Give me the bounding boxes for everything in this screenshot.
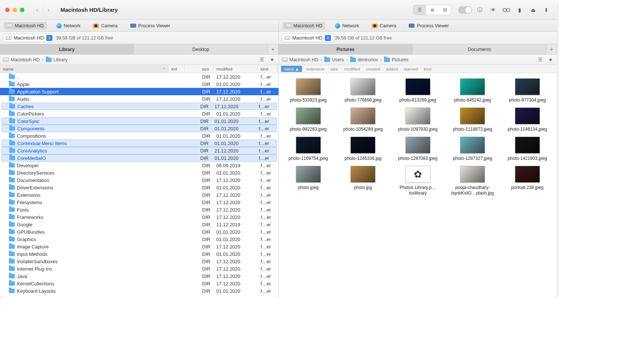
- favorite-star-icon[interactable]: ★: [268, 56, 276, 64]
- favorite-item[interactable]: Camera: [90, 22, 120, 30]
- file-row[interactable]: JavaDIR17.12.2020f…er: [0, 272, 278, 280]
- file-row[interactable]: Contextual Menu ItemsDIR01.01.2020f…er: [1, 140, 277, 147]
- view-icons-icon[interactable]: ⊞: [439, 5, 451, 15]
- back-button[interactable]: ‹: [32, 6, 43, 14]
- favorite-item[interactable]: Process Viewer: [127, 22, 173, 30]
- grid-item[interactable]: photo-1169754.jpeg: [283, 137, 335, 161]
- forward-button[interactable]: ›: [43, 6, 54, 14]
- col-name[interactable]: name^: [0, 65, 169, 73]
- file-row[interactable]: Image CaptureDIR17.12.2020f…er: [0, 243, 278, 250]
- grid-item[interactable]: photo-1097930.jpeg: [392, 107, 444, 132]
- grid-item[interactable]: photo-982263.jpeg: [283, 107, 335, 132]
- grid-item[interactable]: photo-1421903.jpeg: [502, 137, 554, 161]
- col-created[interactable]: created: [363, 65, 383, 73]
- breadcrumb-item[interactable]: Macintosh HD: [3, 57, 40, 62]
- favorite-star-icon[interactable]: ★: [547, 56, 555, 64]
- close-button[interactable]: [5, 8, 10, 12]
- volume-selector[interactable]: Macintosh HD: [3, 34, 46, 42]
- file-row[interactable]: ExtensionsDIR17.12.2020f…er: [0, 191, 278, 199]
- file-row[interactable]: CachesDIR17.12.2020f…er: [1, 103, 277, 110]
- file-row[interactable]: Application SupportDIR17.12.2020f…er: [0, 88, 278, 95]
- file-row[interactable]: Internet Plug-InsDIR17.12.2020f…er: [0, 265, 278, 272]
- panel-menu-icon[interactable]: ☰: [258, 56, 266, 64]
- breadcrumb-item[interactable]: Macintosh HD: [282, 57, 319, 62]
- grid-item[interactable]: ✿Photos Library.p…toslibrary: [392, 166, 444, 196]
- volume-dropdown-icon[interactable]: ▲▼: [46, 35, 52, 41]
- new-tab-button[interactable]: +: [268, 44, 278, 54]
- file-row[interactable]: CompositionsDIR01.01.2020f…er: [0, 132, 278, 140]
- file-row[interactable]: FrameworksDIR17.12.2020f…er: [0, 213, 278, 221]
- file-row[interactable]: AudioDIR17.12.2020f…er: [0, 95, 278, 103]
- grid-item[interactable]: portrait-238.jpeg: [502, 166, 554, 196]
- view-list-icon[interactable]: ☰: [413, 5, 426, 15]
- col-kind[interactable]: kind: [258, 65, 278, 73]
- tab-pictures[interactable]: Pictures: [279, 44, 413, 54]
- panel-menu-icon[interactable]: ☰: [536, 56, 544, 64]
- tab-documents[interactable]: Documents: [413, 44, 547, 54]
- eject-icon[interactable]: ⏏: [527, 6, 539, 14]
- grid-item[interactable]: photo-1287327.jpeg: [447, 137, 499, 161]
- grid-item[interactable]: pooja-chaudhary-bqnbKxilG…plash.jpg: [447, 166, 499, 196]
- file-row[interactable]: DeveloperDIR06.09.2019f…er: [0, 162, 278, 169]
- file-row[interactable]: KernelCollectionsDIR17.12.2020f…er: [0, 280, 278, 287]
- download-icon[interactable]: ⬇: [541, 6, 552, 14]
- view-columns-icon[interactable]: ≣: [426, 5, 439, 15]
- file-row[interactable]: GraphicsDIR01.01.2020f…er: [0, 236, 278, 243]
- col-kind[interactable]: kind: [421, 65, 434, 73]
- col-size[interactable]: size: [328, 65, 341, 73]
- grid-item[interactable]: photo-533923.jpeg: [283, 78, 335, 103]
- file-row[interactable]: FontsDIR17.12.2020f…er: [0, 206, 278, 213]
- col-modified[interactable]: modified: [341, 65, 363, 73]
- grid-item[interactable]: photo-845242.jpeg: [447, 78, 499, 103]
- col-name[interactable]: name ▲: [281, 66, 302, 72]
- breadcrumb-item[interactable]: dimtrunov: [350, 57, 378, 62]
- col-modified[interactable]: modified: [214, 65, 258, 73]
- breadcrumb-item[interactable]: Library: [46, 57, 67, 62]
- file-row[interactable]: DocumentationDIR17.12.2020f…er: [0, 176, 278, 184]
- grid-item[interactable]: photo-1054289.jpeg: [337, 107, 389, 132]
- grid-item[interactable]: photo-776656.jpeg: [337, 78, 389, 103]
- toggle-switch[interactable]: [458, 6, 472, 14]
- tab-desktop[interactable]: Desktop: [134, 44, 268, 54]
- file-row[interactable]: GoogleDIR11.12.2019f…er: [0, 221, 278, 228]
- minimize-button[interactable]: [13, 8, 17, 12]
- right-pane[interactable]: photo-533923.jpegphoto-776656.jpegphoto-…: [278, 73, 557, 298]
- file-row[interactable]: CoreAnalyticsDIR21.12.2020f…er: [1, 147, 277, 154]
- file-row[interactable]: Input MethodsDIR01.01.2020f…er: [0, 250, 278, 258]
- zoom-button[interactable]: [20, 8, 24, 12]
- breadcrumb-item[interactable]: Pictures: [384, 57, 408, 62]
- favorite-item[interactable]: Process Viewer: [406, 22, 452, 30]
- quicklook-icon[interactable]: 👁: [488, 6, 499, 14]
- volume-selector[interactable]: Macintosh HD: [282, 34, 325, 42]
- grid-item[interactable]: photo-813269.jpeg: [392, 78, 444, 103]
- left-pane[interactable]: ..DIR17.12.2020f…erAppleDIR01.01.2020f…e…: [0, 73, 278, 298]
- tab-library[interactable]: Library: [0, 44, 134, 54]
- grid-item[interactable]: photo.jpeg: [283, 166, 335, 196]
- grid-item[interactable]: photo-1245336.jpg: [337, 137, 389, 161]
- binoculars-icon[interactable]: [501, 6, 512, 14]
- grid-item[interactable]: photo-1118873.jpeg: [447, 107, 499, 132]
- grid-item[interactable]: photo.jpg: [337, 166, 389, 196]
- col-ext[interactable]: ext: [169, 65, 185, 73]
- col-extension[interactable]: extension: [304, 65, 328, 73]
- new-tab-button[interactable]: +: [547, 44, 557, 54]
- file-row[interactable]: GPUBundlesDIR01.01.2020f…er: [0, 228, 278, 236]
- breadcrumb-item[interactable]: Users: [324, 57, 344, 62]
- file-row[interactable]: FilesystemsDIR17.12.2020f…er: [0, 199, 278, 206]
- file-row[interactable]: ColorSyncDIR01.01.2020f…er: [1, 117, 277, 125]
- grid-item[interactable]: photo-1287083.jpeg: [392, 137, 444, 161]
- favorite-item[interactable]: Network: [332, 22, 362, 30]
- file-row[interactable]: ComponentsDIR01.01.2020f…er: [1, 125, 277, 132]
- file-row[interactable]: ColorPickersDIR01.01.2020f…er: [0, 110, 278, 117]
- volume-dropdown-icon[interactable]: ▲▼: [325, 35, 331, 41]
- grid-item[interactable]: photo-1146134.jpeg: [502, 107, 554, 132]
- file-row[interactable]: AppleDIR01.01.2020f…er: [0, 80, 278, 88]
- grid-item[interactable]: photo-977304.jpeg: [502, 78, 554, 103]
- file-row[interactable]: ..DIR17.12.2020f…er: [0, 73, 278, 80]
- file-row[interactable]: Keyboard LayoutsDIR01.01.2020f…er: [0, 287, 278, 295]
- favorite-item[interactable]: Camera: [369, 22, 399, 30]
- col-size[interactable]: size: [185, 65, 214, 73]
- col-opened[interactable]: opened: [401, 65, 420, 73]
- col-added[interactable]: added: [383, 65, 401, 73]
- info-icon[interactable]: ⓘ: [474, 6, 485, 14]
